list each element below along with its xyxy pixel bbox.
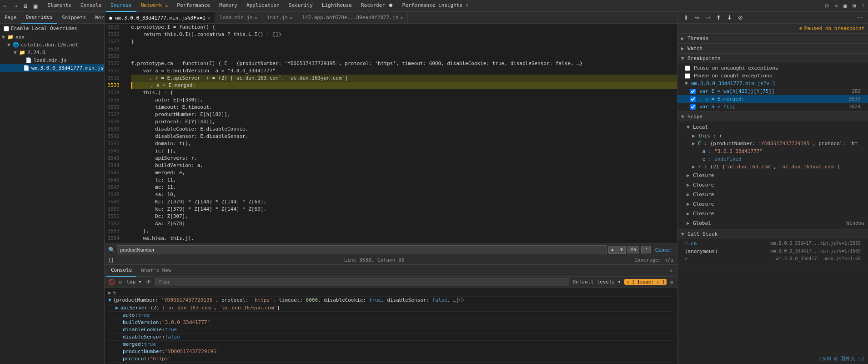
file-tab-147[interactable]: 147.app.bbf670e...89eab9f2877.js ✕ [297, 12, 408, 24]
console-expand-icon[interactable]: ▼ [108, 297, 111, 303]
line-num-3547[interactable]: 3547 [105, 184, 123, 191]
search-matchcase-btn[interactable]: Aa [627, 246, 639, 253]
line-num-3538[interactable]: 3538 [105, 118, 123, 126]
line-num-3545[interactable]: 3545 [105, 169, 123, 177]
r-expand[interactable]: ▶ [692, 164, 695, 170]
step-into-btn[interactable]: ⤻ [703, 13, 712, 22]
tree-item-cstatic[interactable]: ▼ 🌐 cstatic.dun.126.net [0, 41, 104, 49]
more-debug-btn[interactable]: ⋯ [855, 13, 864, 22]
file-tab-load-close[interactable]: ✕ [255, 15, 257, 20]
bp-3624-checkbox[interactable] [690, 104, 696, 110]
enable-local-overrides[interactable]: Enable Local Overrides [0, 24, 104, 33]
bp-282-checkbox[interactable] [690, 89, 696, 94]
line-num-3548[interactable]: 3548 [105, 191, 123, 198]
dock-right-icon[interactable]: ▦ [842, 2, 849, 10]
scope-header[interactable]: ▼ Scope [677, 112, 868, 121]
nav-security[interactable]: Security [284, 0, 317, 12]
line-num-3533[interactable]: 3533 [105, 82, 123, 89]
line-num-3529[interactable]: 3529 [105, 53, 123, 60]
line-num-3554[interactable]: 3554 [105, 235, 123, 242]
pause-caught[interactable]: Pause on caught exceptions [677, 72, 868, 80]
step-btn[interactable]: ⬇ [725, 13, 734, 22]
breakpoints-header[interactable]: ▼ Breakpoints [677, 54, 868, 63]
console-block-icon[interactable]: ⊘ [119, 279, 122, 285]
line-num-3530[interactable]: 3530 [105, 60, 123, 67]
closure4-header[interactable]: ▶ Closure [677, 199, 868, 209]
search-cancel-btn[interactable]: Cancel [652, 246, 673, 253]
console-levels-dropdown[interactable]: Default levels ▾ [573, 279, 621, 285]
line-num-3535[interactable]: 3535 [105, 96, 123, 104]
line-num-3544[interactable]: 3544 [105, 162, 123, 169]
console-close-btn[interactable]: ✕ [667, 268, 675, 273]
settings-icon[interactable]: ⊡ [823, 2, 831, 10]
console-top-selector[interactable]: top ▾ [125, 279, 142, 285]
pause-caught-checkbox[interactable] [685, 73, 690, 79]
bp-line-3624[interactable]: var a = f(); 3624 [677, 103, 868, 111]
line-num-3534[interactable]: 3534 [105, 89, 123, 96]
nav-performance[interactable]: Performance [172, 0, 215, 12]
file-tab-load[interactable]: load.min.js ✕ [215, 12, 262, 24]
line-num-3536[interactable]: 3536 [105, 104, 123, 111]
pause-resume-btn[interactable]: ⏸ [681, 13, 690, 22]
tree-item-wmfile[interactable]: ▷ 📄 wm.3.0.0_33d41777.min.js%3Fv=1 [0, 64, 104, 72]
line-num-3549[interactable]: 3549 [105, 198, 123, 206]
breakpoint-file-header[interactable]: ▼ wm.3.0.0_33d41777.min.js?v=1 [677, 80, 868, 87]
bp-line-282[interactable]: var E = wa[h[420]][Y[75]] 282 [677, 87, 868, 95]
line-num-3555[interactable]: 3555 [105, 242, 123, 243]
tab-snippets[interactable]: Snippets [57, 12, 90, 24]
line-num-3552[interactable]: 3552 [105, 220, 123, 228]
line-num-3550[interactable]: 3550 [105, 206, 123, 213]
closure5-header[interactable]: ▶ Closure [677, 209, 868, 218]
global-header[interactable]: ▶ Global Window [677, 218, 868, 228]
this-expand[interactable]: ▶ [692, 133, 695, 139]
nav-elements[interactable]: Elements [43, 0, 76, 12]
pause-uncaught-checkbox[interactable] [685, 66, 690, 71]
line-num-3551[interactable]: 3551 [105, 213, 123, 220]
search-input[interactable] [117, 245, 607, 254]
console-filter-input[interactable] [155, 278, 569, 286]
code-content[interactable]: e.prototype.I = function() { return this… [127, 24, 677, 243]
file-tab-147-close[interactable]: ✕ [400, 15, 403, 20]
E-expand[interactable]: ▶ [692, 141, 695, 147]
line-num-3542[interactable]: 3542 [105, 147, 123, 155]
callstack-header[interactable]: ▼ Call Stack [677, 229, 868, 239]
enable-local-checkbox[interactable] [4, 26, 9, 31]
nav-perf-insights[interactable]: Performance insights ⚡ [398, 0, 473, 12]
line-num-3541[interactable]: 3541 [105, 140, 123, 147]
pause-uncaught[interactable]: Pause on uncaught exceptions [677, 64, 868, 72]
line-num-3553[interactable]: 3553 [105, 228, 123, 235]
status-format-icon[interactable]: {} [108, 257, 114, 263]
search-prev-btn[interactable]: ▲ [608, 246, 617, 254]
nav-lighthouse[interactable]: Lighthouse [317, 0, 356, 12]
console-tab-console[interactable]: Console [106, 265, 136, 277]
apiserver-expand[interactable]: ▶ [115, 305, 119, 311]
line-num-3532[interactable]: 3532 [105, 75, 123, 82]
line-num-3539[interactable]: 3539 [105, 126, 123, 133]
line-num-3525[interactable]: 3525 [105, 24, 123, 31]
closure1-header[interactable]: ▶ Closure [677, 171, 868, 180]
line-num-3528[interactable]: 3528 [105, 46, 123, 53]
watch-header[interactable]: ▶ Watch [677, 44, 868, 53]
file-tab-wm[interactable]: ● wm.3.0.0_33d41777.min.js%3Fv=1 ✕ [105, 12, 215, 24]
nav-recorder[interactable]: Recorder ⏺ [356, 0, 398, 12]
forward-icon[interactable]: → [12, 2, 19, 10]
nav-memory[interactable]: Memory [215, 0, 242, 12]
console-clear-icon[interactable]: 🚫 [108, 279, 115, 285]
file-tab-init[interactable]: init.js ✕ [262, 12, 297, 24]
nav-network[interactable]: Network ⚠ [136, 0, 173, 12]
line-num-3543[interactable]: 3543 [105, 155, 123, 162]
tree-item-loadminjs[interactable]: ▷ 📄 load.min.js [0, 56, 104, 64]
undock-icon[interactable]: ⊠ [851, 2, 858, 10]
back-icon[interactable]: ← [2, 2, 9, 10]
console-eye-icon[interactable]: 👁 [146, 279, 151, 285]
file-tab-init-close[interactable]: ✕ [290, 15, 292, 20]
console-settings-icon[interactable]: ⚙ [670, 279, 673, 285]
search-next-btn[interactable]: ▼ [617, 246, 626, 254]
deactivate-btn[interactable]: ⊘ [736, 13, 745, 22]
dock-icon[interactable]: ▣ [32, 2, 39, 10]
line-num-3526[interactable]: 3526 [105, 31, 123, 38]
console-issue-badge[interactable]: ⚠ 1 Issue: ⚠ 1 [624, 279, 666, 285]
tab-page[interactable]: Page [0, 12, 21, 24]
line-num-3546[interactable]: 3546 [105, 177, 123, 184]
threads-header[interactable]: ▶ Threads [677, 34, 868, 43]
